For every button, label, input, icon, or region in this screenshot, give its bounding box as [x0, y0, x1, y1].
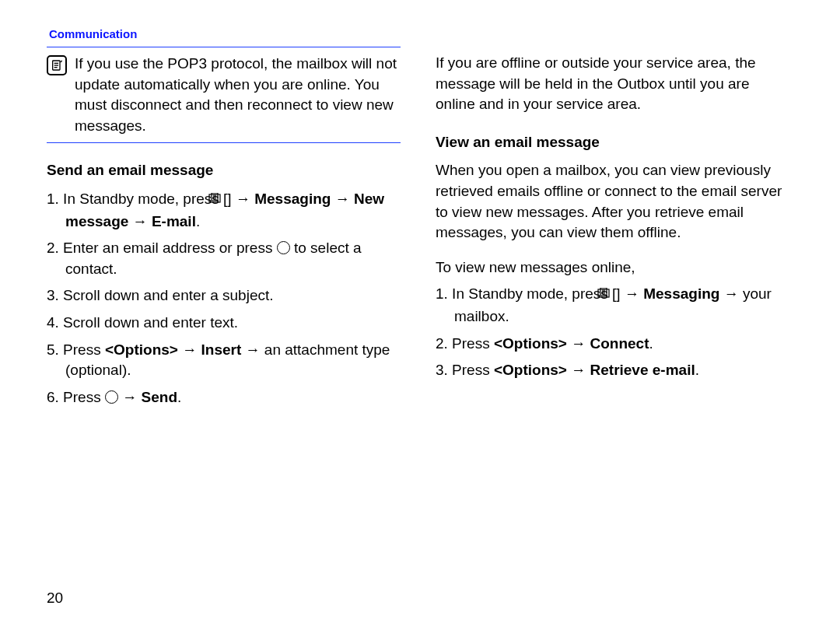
divider: [47, 142, 401, 143]
ok-key-icon: [277, 241, 290, 254]
left-column: If you use the POP3 protocol, the mailbo…: [47, 47, 401, 414]
view-paragraph-2: To view new messages online,: [436, 257, 789, 278]
two-column-layout: If you use the POP3 protocol, the mailbo…: [47, 47, 789, 414]
step-3: 3. Press <Options> → Retrieve e-mail.: [436, 360, 789, 381]
view-steps: 1. In Standby mode, press [] → Messaging…: [436, 284, 789, 380]
step-1: 1. In Standby mode, press [] → Messaging…: [47, 189, 401, 232]
step-3: 3. Scroll down and enter a subject.: [47, 285, 401, 306]
section-title-send: Send an email message: [47, 160, 401, 181]
page-number: 20: [47, 590, 63, 607]
step-6: 6. Press → Send.: [47, 387, 401, 408]
ok-key-icon: [105, 390, 118, 404]
note-block: If you use the POP3 protocol, the mailbo…: [47, 47, 401, 142]
manual-page: Communication If you use the POP3 protoc…: [0, 0, 840, 630]
step-2: 2. Press <Options> → Connect.: [436, 334, 789, 355]
step-2: 2. Enter an email address or press to se…: [47, 238, 401, 279]
step-5: 5. Press <Options> → Insert → an attachm…: [47, 340, 401, 381]
view-paragraph-1: When you open a mailbox, you can view pr…: [436, 160, 789, 243]
step-4: 4. Scroll down and enter text.: [47, 313, 401, 334]
note-text: If you use the POP3 protocol, the mailbo…: [75, 54, 401, 136]
section-title-view: View an email message: [436, 132, 789, 153]
step-1: 1. In Standby mode, press [] → Messaging…: [436, 284, 789, 327]
send-steps: 1. In Standby mode, press [] → Messaging…: [47, 189, 401, 408]
intro-paragraph: If you are offline or outside your servi…: [436, 53, 789, 115]
right-column: If you are offline or outside your servi…: [436, 47, 789, 414]
note-icon: [47, 55, 67, 75]
section-header: Communication: [49, 27, 789, 40]
